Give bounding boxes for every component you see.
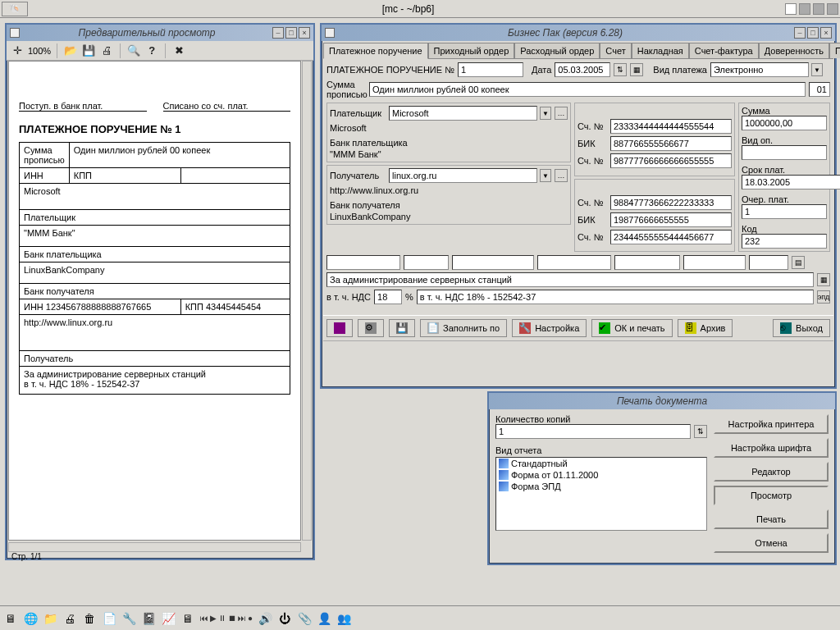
preview-scrollbar-vertical[interactable] [302,61,312,541]
cancel-button[interactable]: Отмена [714,533,829,553]
payer-dropdown-icon[interactable]: ▼ [540,107,551,120]
tray-box-4[interactable] [827,3,838,15]
taskbar-icon-1[interactable]: 🖥 [3,611,18,626]
top-taskbar-app-button[interactable]: 🐚 [2,2,28,16]
print-titlebar[interactable]: Печать документа [489,393,835,409]
preview-scrollbar-horizontal[interactable] [8,542,301,552]
taskbar-icon-8[interactable]: 📓 [141,611,156,626]
tax-tool-icon[interactable]: ▤ [792,256,805,269]
input-doc-number[interactable] [458,62,523,77]
input-batch[interactable] [809,82,830,97]
tab-price[interactable]: Прай [829,43,840,58]
taskbar-icon-6[interactable]: 📄 [102,611,116,626]
date-spinner[interactable]: ⇅ [614,63,627,76]
media-rec-icon[interactable]: ● [248,614,253,623]
tax-field-5[interactable] [614,255,680,270]
help-icon[interactable]: ? [144,43,159,58]
media-pause-icon[interactable]: ⏸ [218,614,226,623]
taskbar-icon-vol[interactable]: 🔊 [258,611,272,626]
print-icon[interactable]: 🖨 [99,43,114,58]
copies-spinner[interactable]: ⇅ [694,425,707,438]
tax-field-1[interactable] [326,255,400,270]
media-next-icon[interactable]: ⏭ [238,614,246,623]
purpose-tool1-icon[interactable]: ▦ [817,273,830,286]
input-kod[interactable] [742,234,827,249]
tab-invoice-facture[interactable]: Счет-фактура [689,43,759,58]
date-calendar-icon[interactable]: ▦ [630,63,643,76]
preview-button[interactable]: Просмотр [714,486,829,505]
input-purpose[interactable] [326,272,814,287]
report-list[interactable]: Стандартный Форма от 01.11.2000 Форма ЭП… [495,457,707,531]
tab-proxy[interactable]: Доверенность [759,43,829,58]
close-tool-icon[interactable]: ✖ [171,43,186,58]
preview-titlebar[interactable]: Предварительный просмотр – □ × [7,25,313,41]
zoom-fit-icon[interactable]: ✛ [10,43,25,58]
taskbar-icon-4[interactable]: 🖨 [62,611,77,626]
print-button[interactable]: Печать [714,509,829,529]
app-close-icon[interactable]: × [820,27,832,39]
tab-income-order[interactable]: Приходный ордер [428,43,515,58]
maximize-icon[interactable]: □ [285,27,297,39]
taskbar-icon-7[interactable]: 🔧 [121,611,136,626]
settings-button[interactable]: 🔧Настройка [512,319,587,337]
tab-payment-order[interactable]: Платежное поручение [323,43,428,59]
input-recv-bank-acct[interactable] [610,230,732,244]
editor-button[interactable]: Редактор [714,462,829,482]
app-maximize-icon[interactable]: □ [807,27,819,39]
tray-box-1[interactable] [785,3,797,15]
input-summa[interactable] [742,116,827,130]
report-item-label[interactable]: Стандартный [511,459,568,468]
taskbar-icon-9[interactable]: 📈 [161,611,176,626]
taskbar-icon-power[interactable]: ⏻ [277,611,292,626]
save-button[interactable]: 💾 [389,319,415,337]
open-icon[interactable]: 📂 [63,43,78,58]
input-ocher[interactable] [742,204,827,219]
taskbar-icon-user2[interactable]: 👥 [336,611,351,626]
input-nds-text[interactable] [417,290,814,304]
input-pay-type[interactable] [710,62,809,77]
find-icon[interactable]: 🔍 [126,43,141,58]
input-summa-prop[interactable] [369,82,806,97]
recv-dropdown-icon[interactable]: ▼ [540,169,551,182]
nds-tool-icon[interactable]: эпд [817,290,830,304]
tab-expense-order[interactable]: Расходный ордер [514,43,600,58]
input-copies[interactable] [495,424,691,439]
close-icon[interactable]: × [299,27,310,39]
tab-invoice[interactable]: Накладная [632,43,689,58]
font-setup-button[interactable]: Настройка шрифта [714,438,829,458]
taskbar-icon-user[interactable]: 👤 [317,611,331,626]
tax-field-6[interactable] [683,255,746,270]
gear-button[interactable]: ⚙ [358,319,384,337]
book-button[interactable] [326,319,353,337]
fill-button[interactable]: 📄Заполнить по [420,319,507,337]
taskbar-icon-3[interactable]: 📁 [43,611,57,626]
exit-button[interactable]: ⎋Выход [773,319,830,337]
save-icon[interactable]: 💾 [81,43,96,58]
archive-button[interactable]: 🗄Архив [678,319,733,337]
input-payer-bank-acct[interactable] [610,153,732,168]
tax-field-2[interactable] [404,255,449,270]
report-item-label[interactable]: Форма ЭПД [511,482,561,491]
tax-field-3[interactable] [452,255,534,270]
payer-lookup-icon[interactable]: … [555,107,568,120]
taskbar-icon-clip[interactable]: 📎 [297,611,312,626]
input-recv-acct[interactable] [610,195,732,210]
media-stop-icon[interactable]: ⏹ [228,614,236,623]
tax-field-4[interactable] [537,255,611,270]
recv-lookup-icon[interactable]: … [555,169,568,182]
taskbar-icon-10[interactable]: 🖥 [180,611,195,626]
app-titlebar[interactable]: Бизнес Пак (версия 6.28) – □ × [322,25,835,41]
input-nds-rate[interactable] [374,290,402,304]
input-payer-acct[interactable] [610,119,732,134]
tax-field-7[interactable] [749,255,788,270]
taskbar-icon-2[interactable]: 🌐 [23,611,38,626]
printer-setup-button[interactable]: Настройка принтера [714,414,829,434]
tray-box-3[interactable] [813,3,824,15]
ok-print-button[interactable]: ✔ОК и печать [591,319,672,337]
taskbar-icon-5[interactable]: 🗑 [82,611,97,626]
input-date[interactable] [555,62,610,77]
zoom-level[interactable]: 100% [28,46,51,56]
tab-account[interactable]: Счет [600,43,631,58]
input-vidop[interactable] [742,145,827,160]
input-payer[interactable] [389,106,537,121]
